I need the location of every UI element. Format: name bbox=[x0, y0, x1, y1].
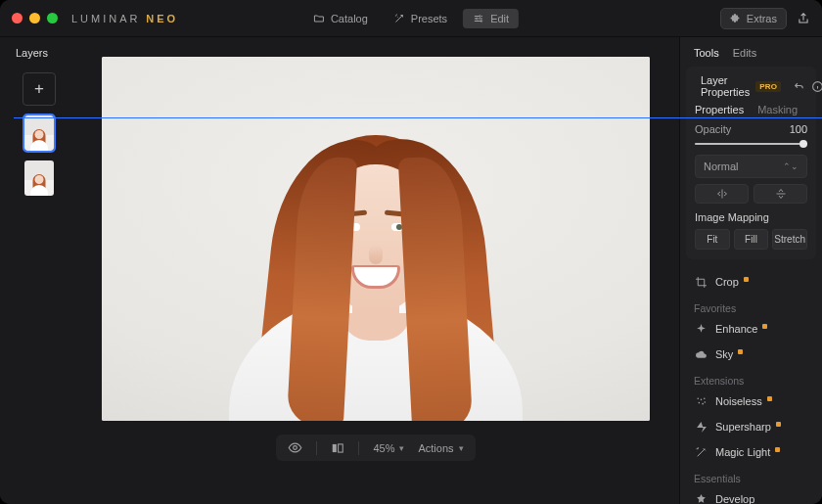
tools-panel: Tools Edits Layer Properties PRO bbox=[679, 37, 822, 504]
section-extensions: Extensions bbox=[680, 367, 822, 389]
svg-point-9 bbox=[703, 397, 705, 399]
close-window-button[interactable] bbox=[12, 13, 23, 23]
opacity-value: 100 bbox=[790, 123, 807, 135]
cloud-icon bbox=[695, 348, 708, 361]
zoom-value: 45% bbox=[373, 442, 394, 454]
mode-switcher: Catalog Presets Edit bbox=[303, 9, 519, 28]
ai-badge bbox=[738, 349, 743, 354]
pro-badge: PRO bbox=[755, 81, 781, 92]
tool-magiclight[interactable]: Magic Light bbox=[680, 439, 822, 465]
image-mapping-label: Image Mapping bbox=[695, 211, 807, 223]
flip-vertical-button[interactable] bbox=[754, 184, 807, 204]
subtab-masking[interactable]: Masking bbox=[757, 104, 798, 115]
svg-rect-4 bbox=[333, 443, 337, 451]
chevron-down-icon: ▾ bbox=[459, 443, 464, 453]
tool-enhance[interactable]: Enhance bbox=[680, 316, 822, 342]
subtab-properties[interactable]: Properties bbox=[695, 104, 744, 115]
blend-mode-select[interactable]: Normal ⌃⌄ bbox=[695, 155, 807, 178]
maximize-window-button[interactable] bbox=[47, 13, 58, 23]
extras-label: Extras bbox=[747, 13, 777, 24]
edit-tab[interactable]: Edit bbox=[463, 9, 519, 28]
opacity-slider[interactable] bbox=[695, 139, 807, 149]
folder-icon bbox=[313, 13, 325, 24]
app-brand: LUMINAR NEO bbox=[71, 13, 178, 24]
svg-point-7 bbox=[697, 397, 699, 399]
extras-button[interactable]: Extras bbox=[720, 8, 787, 29]
zoom-dropdown[interactable]: 45% ▾ bbox=[373, 442, 404, 454]
share-icon[interactable] bbox=[797, 12, 810, 25]
tool-crop[interactable]: Crop bbox=[680, 269, 822, 295]
info-button[interactable] bbox=[811, 79, 822, 93]
magic-icon bbox=[695, 446, 708, 459]
portrait-illustration bbox=[209, 108, 542, 421]
right-main-tabs: Tools Edits bbox=[680, 37, 822, 67]
canvas-area: 45% ▾ Actions ▾ bbox=[78, 37, 679, 504]
undo-icon bbox=[793, 80, 805, 93]
edit-label: Edit bbox=[490, 13, 509, 24]
svg-point-3 bbox=[294, 446, 297, 450]
app-window: LUMINAR NEO Catalog Presets Edit Extras bbox=[0, 0, 822, 504]
flip-h-icon bbox=[715, 188, 729, 200]
tab-edits[interactable]: Edits bbox=[733, 47, 756, 59]
titlebar: LUMINAR NEO Catalog Presets Edit Extras bbox=[0, 0, 822, 37]
sharp-icon bbox=[695, 421, 708, 434]
compare-icon bbox=[331, 441, 344, 455]
svg-point-10 bbox=[698, 401, 700, 403]
svg-rect-5 bbox=[339, 443, 343, 451]
tool-develop[interactable]: Develop bbox=[680, 486, 822, 504]
section-essentials: Essentials bbox=[680, 465, 822, 486]
mapping-fill[interactable]: Fill bbox=[734, 229, 769, 250]
svg-point-1 bbox=[477, 18, 479, 20]
canvas-toolbar: 45% ▾ Actions ▾ bbox=[276, 435, 475, 461]
info-icon bbox=[811, 80, 822, 93]
image-canvas[interactable] bbox=[102, 57, 650, 421]
chevron-down-icon: ▾ bbox=[399, 443, 404, 453]
mapping-stretch[interactable]: Stretch bbox=[772, 229, 807, 250]
layers-title: Layers bbox=[0, 47, 48, 59]
svg-point-12 bbox=[704, 401, 706, 403]
minimize-window-button[interactable] bbox=[29, 13, 40, 23]
visibility-toggle[interactable] bbox=[288, 440, 302, 455]
opacity-label: Opacity bbox=[695, 123, 731, 135]
layers-panel: Layers + bbox=[0, 37, 78, 504]
ai-badge bbox=[776, 422, 781, 427]
section-favorites: Favorites bbox=[680, 295, 822, 316]
panel-title: Layer Properties bbox=[701, 74, 750, 98]
presets-tab[interactable]: Presets bbox=[384, 9, 457, 28]
actions-label: Actions bbox=[418, 442, 453, 454]
horizontal-guide[interactable] bbox=[14, 117, 822, 118]
reset-button[interactable] bbox=[793, 79, 805, 93]
eye-icon bbox=[288, 440, 302, 455]
tab-tools[interactable]: Tools bbox=[694, 47, 719, 59]
ai-badge bbox=[775, 447, 780, 452]
sliders-icon bbox=[473, 13, 484, 24]
svg-point-0 bbox=[480, 15, 481, 17]
ai-badge bbox=[762, 324, 767, 329]
svg-point-11 bbox=[702, 402, 704, 404]
layer-thumb-2[interactable] bbox=[24, 160, 54, 196]
blend-value: Normal bbox=[704, 160, 738, 172]
tool-noiseless[interactable]: Noiseless bbox=[680, 389, 822, 414]
sparkle-icon bbox=[695, 323, 708, 336]
add-layer-button[interactable]: + bbox=[23, 72, 56, 106]
wand-icon bbox=[393, 13, 405, 24]
updown-icon: ⌃⌄ bbox=[783, 161, 799, 171]
image-mapping-segmented: Fit Fill Stretch bbox=[695, 229, 807, 250]
noise-icon bbox=[695, 395, 708, 408]
mapping-fit[interactable]: Fit bbox=[695, 229, 730, 250]
flip-horizontal-button[interactable] bbox=[695, 184, 749, 204]
tool-supersharp[interactable]: Supersharp bbox=[680, 414, 822, 439]
ai-badge bbox=[744, 277, 749, 282]
ai-badge bbox=[767, 396, 772, 401]
layer-thumb-1[interactable] bbox=[24, 115, 54, 151]
tool-sky[interactable]: Sky bbox=[680, 342, 822, 367]
flip-v-icon bbox=[774, 188, 788, 200]
window-controls bbox=[12, 13, 58, 23]
puzzle-icon bbox=[730, 13, 742, 24]
compare-toggle[interactable] bbox=[331, 441, 344, 455]
catalog-tab[interactable]: Catalog bbox=[303, 9, 378, 28]
crop-icon bbox=[695, 276, 708, 289]
catalog-label: Catalog bbox=[331, 13, 368, 24]
actions-dropdown[interactable]: Actions ▾ bbox=[418, 442, 463, 454]
svg-point-8 bbox=[700, 398, 702, 400]
